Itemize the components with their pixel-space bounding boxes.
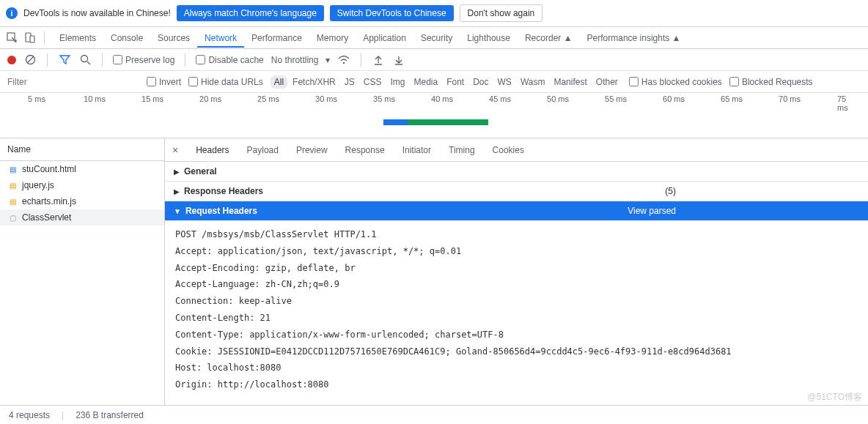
hide-dataurls-checkbox[interactable]: Hide data URLs — [188, 77, 263, 87]
detail-tab-preview[interactable]: Preview — [296, 145, 328, 155]
detail-tab-timing[interactable]: Timing — [449, 145, 475, 155]
tab-performance[interactable]: Performance — [244, 29, 309, 48]
tab-console[interactable]: Console — [103, 29, 150, 48]
has-blocked-cookies-checkbox[interactable]: Has blocked cookies — [629, 77, 722, 87]
disable-cache-checkbox[interactable]: Disable cache — [196, 55, 263, 65]
header-line: Cookie: JSESSIONID=E0412DCCD112D7571650E… — [175, 343, 858, 360]
tick: 50 ms — [547, 94, 569, 103]
general-section[interactable]: ▶General — [165, 162, 868, 182]
svg-line-4 — [27, 56, 34, 63]
filter-type-other[interactable]: Other — [592, 75, 622, 89]
filter-type-media[interactable]: Media — [410, 75, 441, 89]
file-icon: ▢ — [7, 212, 18, 223]
file-name: jquery.js — [22, 180, 54, 190]
request-row[interactable]: ▤echarts.min.js — [0, 193, 164, 209]
chevron-down-icon[interactable]: ▾ — [326, 55, 330, 65]
tab-recorder-[interactable]: Recorder ▲ — [518, 29, 580, 48]
detail-tab-headers[interactable]: Headers — [196, 145, 229, 155]
detail-tab-cookies[interactable]: Cookies — [493, 145, 524, 155]
request-row[interactable]: ▢ClassServlet — [0, 209, 164, 226]
switch-chinese-button[interactable]: Switch DevTools to Chinese — [330, 5, 454, 21]
inspect-icon[interactable] — [6, 31, 19, 45]
detail-tab-response[interactable]: Response — [345, 145, 385, 155]
svg-point-7 — [343, 62, 345, 63]
tab-security[interactable]: Security — [413, 29, 460, 48]
header-line: Host: localhost:8080 — [175, 360, 858, 376]
filter-type-ws[interactable]: WS — [494, 75, 515, 89]
tab-sources[interactable]: Sources — [150, 29, 197, 48]
header-line: Origin: http://localhost:8080 — [175, 376, 858, 393]
filter-type-fetchxhr[interactable]: Fetch/XHR — [289, 75, 339, 89]
header-line: Content-Type: application/x-www-form-url… — [175, 327, 858, 343]
header-line: Connection: keep-alive — [175, 293, 858, 310]
request-list: Name ▤stuCount.html▤jquery.js▤echarts.mi… — [0, 138, 165, 423]
filter-type-all[interactable]: All — [271, 75, 287, 89]
transferred-size: 236 B transferred — [76, 410, 144, 420]
download-icon[interactable] — [392, 53, 405, 67]
filter-type-doc[interactable]: Doc — [469, 75, 492, 89]
network-toolbar: Preserve log Disable cache No throttling… — [0, 49, 868, 71]
tab-lighthouse[interactable]: Lighthouse — [460, 29, 518, 48]
filter-bar: Invert Hide data URLs AllFetch/XHRJSCSSI… — [0, 71, 868, 93]
tick: 35 ms — [373, 94, 395, 103]
request-row[interactable]: ▤stuCount.html — [0, 161, 164, 177]
view-parsed-link[interactable]: View parsed — [628, 206, 676, 216]
match-language-button[interactable]: Always match Chrome's language — [177, 5, 324, 21]
file-icon: ▤ — [7, 180, 18, 190]
request-headers-body: POST /msbsys/msb/ClassServlet HTTP/1.1Ac… — [165, 220, 868, 399]
timeline-overview[interactable]: 5 ms10 ms15 ms20 ms25 ms30 ms35 ms40 ms4… — [0, 93, 868, 138]
tick: 70 ms — [779, 94, 801, 103]
upload-icon[interactable] — [372, 53, 385, 67]
tick: 10 ms — [84, 94, 106, 103]
filter-type-manifest[interactable]: Manifest — [550, 75, 590, 89]
blocked-requests-checkbox[interactable]: Blocked Requests — [729, 77, 813, 87]
preserve-log-checkbox[interactable]: Preserve log — [113, 55, 174, 65]
tab-elements[interactable]: Elements — [52, 29, 103, 48]
dont-show-button[interactable]: Don't show again — [460, 4, 543, 22]
header-line: Accept: application/json, text/javascrip… — [175, 243, 858, 260]
filter-type-img[interactable]: Img — [386, 75, 408, 89]
detail-tabs: × HeadersPayloadPreviewResponseInitiator… — [165, 138, 868, 162]
tick: 30 ms — [315, 94, 337, 103]
timeline-bar — [408, 119, 488, 125]
filter-type-wasm[interactable]: Wasm — [517, 75, 549, 89]
filter-type-font[interactable]: Font — [443, 75, 468, 89]
header-line: POST /msbsys/msb/ClassServlet HTTP/1.1 — [175, 226, 858, 243]
tick: 20 ms — [199, 94, 221, 103]
search-icon[interactable] — [78, 53, 92, 67]
svg-rect-2 — [30, 36, 34, 42]
throttling-select[interactable]: No throttling — [271, 55, 319, 65]
info-icon: i — [6, 7, 18, 19]
watermark: @51CTO博客 — [807, 391, 862, 403]
request-detail: × HeadersPayloadPreviewResponseInitiator… — [165, 138, 868, 423]
filter-input[interactable] — [7, 77, 139, 87]
devtools-tabbar: ElementsConsoleSourcesNetworkPerformance… — [0, 27, 868, 49]
svg-line-6 — [87, 62, 90, 64]
tick: 40 ms — [431, 94, 453, 103]
tab-application[interactable]: Application — [356, 29, 413, 48]
tab-memory[interactable]: Memory — [309, 29, 356, 48]
tab-performance-insights-[interactable]: Performance insights ▲ — [580, 29, 688, 48]
filter-toggle-icon[interactable] — [58, 53, 71, 67]
record-button[interactable] — [7, 56, 16, 64]
file-icon: ▤ — [7, 196, 18, 207]
filter-type-js[interactable]: JS — [341, 75, 358, 89]
close-icon[interactable]: × — [172, 144, 178, 156]
wifi-icon[interactable] — [337, 53, 350, 67]
request-headers-section[interactable]: ▼Request HeadersView parsed — [165, 201, 868, 220]
name-column-header[interactable]: Name — [0, 138, 164, 161]
tick: 45 ms — [489, 94, 511, 103]
detail-tab-initiator[interactable]: Initiator — [402, 145, 431, 155]
detail-tab-payload[interactable]: Payload — [247, 145, 279, 155]
file-name: echarts.min.js — [22, 196, 76, 207]
invert-checkbox[interactable]: Invert — [147, 77, 181, 87]
response-headers-section[interactable]: ▶Response Headers(5) — [165, 182, 868, 201]
request-row[interactable]: ▤jquery.js — [0, 177, 164, 193]
tick: 25 ms — [257, 94, 279, 103]
device-icon[interactable] — [23, 31, 37, 45]
clear-icon[interactable] — [23, 53, 37, 67]
filter-type-css[interactable]: CSS — [360, 75, 386, 89]
tab-network[interactable]: Network — [197, 29, 244, 48]
header-line: Accept-Encoding: gzip, deflate, br — [175, 260, 858, 277]
status-bar: 4 requests | 236 B transferred — [0, 405, 868, 424]
